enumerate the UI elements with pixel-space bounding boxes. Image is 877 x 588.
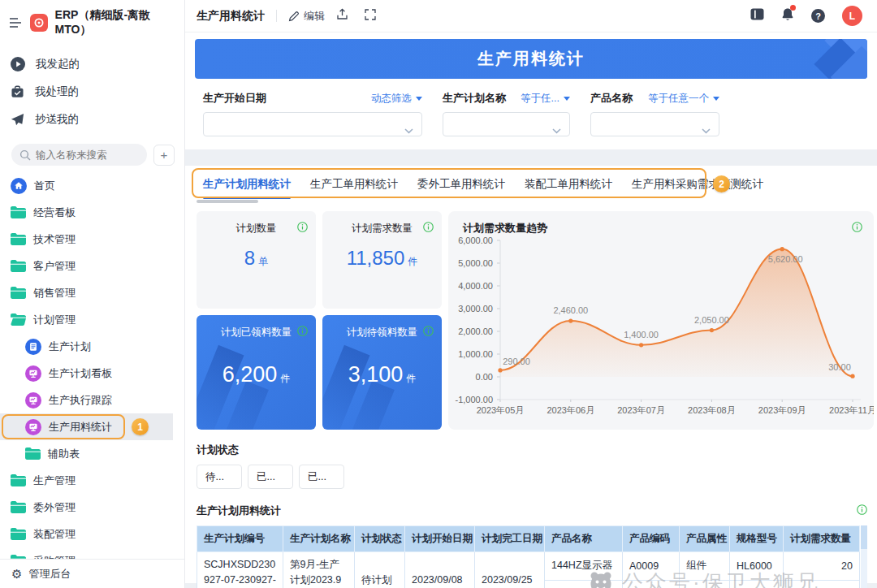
column-header-产品编码[interactable]: 产品编码 [623, 526, 680, 552]
quick-item-抄送我的[interactable]: 抄送我的 [0, 106, 184, 133]
column-header-规格型号[interactable]: 规格型号 [730, 526, 784, 552]
column-header-生产计划名称[interactable]: 生产计划名称 [283, 526, 355, 552]
cell-product_code: A0009 [623, 552, 680, 581]
column-header-产品属性[interactable]: 产品属性 [680, 526, 730, 552]
info-icon[interactable] [423, 221, 434, 236]
column-header-计划开始日期[interactable]: 计划开始日期 [405, 526, 475, 552]
search-icon [19, 149, 31, 164]
app-window: ERP（精细版-离散MTO） 我发起的我处理的抄送我的 + 首页经营看板技术管理… [0, 0, 877, 588]
stat-card-value: 8单 [197, 247, 316, 270]
sidebar-item-生产计划看板[interactable]: 生产计划看板 [0, 360, 184, 387]
sidebar-item-生产计划[interactable]: 生产计划 [0, 333, 184, 360]
user-avatar[interactable]: L [842, 6, 862, 26]
status-chip-1[interactable]: 已... [248, 465, 293, 489]
doc-icon [25, 339, 41, 355]
sidebar-item-销售管理[interactable]: 销售管理 [0, 279, 184, 306]
stat-card-计划待领料数量: 计划待领料数量3,100件 [322, 315, 442, 430]
cell-spec: GD200 [730, 580, 784, 588]
svg-text:0.00: 0.00 [476, 372, 493, 382]
column-header-生产计划编号[interactable]: 生产计划编号 [197, 526, 283, 552]
info-icon[interactable] [852, 221, 862, 236]
filter-head: 生产计划名称等于任... [443, 91, 570, 106]
sidebar-item-label: 生产计划 [49, 339, 91, 354]
svg-text:3,000.00: 3,000.00 [458, 304, 493, 313]
sidebar-item-客户管理[interactable]: 客户管理 [0, 253, 184, 279]
sidebar-item-计划管理[interactable]: 计划管理 [0, 306, 184, 333]
sidebar-item-生产用料统计[interactable]: 生产用料统计1 [0, 413, 173, 440]
form-banner: 生产用料统计 [195, 39, 867, 79]
filter-operator-link[interactable]: 动态筛选 [371, 92, 422, 106]
plan-status-chips: 待...已...已... [197, 465, 874, 489]
statistics-panel: 计划数量8单计划需求数量11,850件计划已领料数量6,200件计划待领料数量3… [185, 203, 877, 583]
filter-operator-link[interactable]: 等于任... [521, 92, 570, 106]
filter-select-0[interactable] [203, 112, 422, 136]
filter-select-1[interactable] [443, 112, 570, 136]
sidebar-item-装配管理[interactable]: 装配管理 [0, 521, 184, 547]
status-chip-0[interactable]: 待... [197, 465, 242, 489]
content-area: 生产用料统计 生产开始日期动态筛选生产计划名称等于任...产品名称等于任意一个 … [185, 32, 877, 588]
notification-bell-icon[interactable] [781, 7, 794, 24]
cell-start_date: 2023/09/08 [405, 552, 475, 588]
folder-icon [11, 528, 26, 540]
info-icon[interactable] [857, 504, 867, 518]
cell-plan_code: SCJHXSDD230927-07-230927-06 [197, 552, 283, 588]
edit-button[interactable]: 编辑 [288, 9, 325, 24]
caret-down-icon [416, 97, 422, 101]
sidebar-item-技术管理[interactable]: 技术管理 [0, 226, 184, 253]
sidebar-item-生产执行跟踪[interactable]: 生产执行跟踪 [0, 387, 184, 413]
sidebar-item-label: 生产执行跟踪 [49, 393, 112, 408]
filter-operator-link[interactable]: 等于任意一个 [648, 92, 719, 106]
quick-item-我处理的[interactable]: 我处理的 [0, 78, 184, 106]
folder-icon [11, 501, 26, 513]
tab-装配工单用料统计[interactable]: 装配工单用料统计 [525, 166, 612, 203]
sidebar-item-首页[interactable]: 首页 [0, 172, 184, 199]
svg-text:4,000.00: 4,000.00 [458, 281, 493, 291]
tab-生产工单用料统计[interactable]: 生产工单用料统计 [310, 166, 398, 203]
sidebar-item-label: 技术管理 [33, 232, 76, 247]
stat-card-value: 6,200件 [197, 362, 316, 387]
stat-value-unit: 单 [258, 256, 268, 267]
cell-qty: 20 [784, 580, 860, 588]
panel-toggle-icon[interactable] [750, 8, 764, 24]
column-header-产品名称[interactable]: 产品名称 [545, 526, 623, 552]
filter-select-2[interactable] [590, 112, 719, 136]
board-icon [25, 392, 41, 409]
admin-console-button[interactable]: ⚙ 管理后台 [0, 559, 184, 588]
sidebar-item-生产管理[interactable]: 生产管理 [0, 467, 184, 494]
tab-生产用料采购需求预测统计[interactable]: 生产用料采购需求预测统计 [632, 166, 763, 203]
filter-label: 生产计划名称 [443, 91, 506, 106]
folder-icon [11, 233, 26, 245]
table-scrollbar[interactable] [860, 525, 867, 588]
tab-生产计划用料统计[interactable]: 生产计划用料统计 [203, 166, 291, 203]
fullscreen-icon[interactable] [365, 9, 376, 24]
status-chip-2[interactable]: 已... [299, 465, 344, 489]
search-input[interactable] [11, 144, 147, 166]
svg-text:2023年06月: 2023年06月 [547, 405, 594, 415]
info-icon[interactable] [297, 221, 308, 236]
stat-value-unit: 件 [280, 373, 290, 384]
tab-委外工单用料统计[interactable]: 委外工单用料统计 [417, 166, 505, 203]
app-logo-icon [30, 14, 48, 32]
sidebar-item-辅助表[interactable]: 辅助表 [0, 440, 184, 467]
menu-toggle-icon[interactable] [10, 18, 23, 28]
help-icon[interactable]: ? [811, 9, 825, 23]
svg-text:2,000.00: 2,000.00 [458, 326, 493, 336]
column-header-计划状态[interactable]: 计划状态 [355, 526, 405, 552]
filter-operator-text: 等于任意一个 [648, 92, 709, 106]
table-row[interactable]: SCJHXSDD230927-07-230927-06第9月-生产计划2023.… [197, 552, 860, 581]
sidebar-item-label: 首页 [34, 179, 55, 193]
cell-qty: 20 [784, 552, 860, 581]
tasks-icon [10, 84, 25, 100]
column-header-计划需求数量[interactable]: 计划需求数量 [784, 526, 860, 552]
share-icon[interactable] [336, 8, 348, 24]
info-icon[interactable] [297, 325, 308, 339]
column-header-计划完工日期[interactable]: 计划完工日期 [475, 526, 545, 552]
add-app-button[interactable]: + [153, 145, 175, 166]
quick-item-我发起的[interactable]: 我发起的 [0, 50, 184, 78]
material-statistics-table: 生产计划编号生产计划名称计划状态计划开始日期计划完工日期产品名称产品编码产品属性… [197, 525, 860, 588]
sidebar-item-委外管理[interactable]: 委外管理 [0, 494, 184, 521]
info-icon[interactable] [423, 325, 434, 339]
search-box[interactable] [11, 144, 147, 166]
folder-open-icon [11, 313, 26, 326]
sidebar-item-经营看板[interactable]: 经营看板 [0, 199, 184, 226]
